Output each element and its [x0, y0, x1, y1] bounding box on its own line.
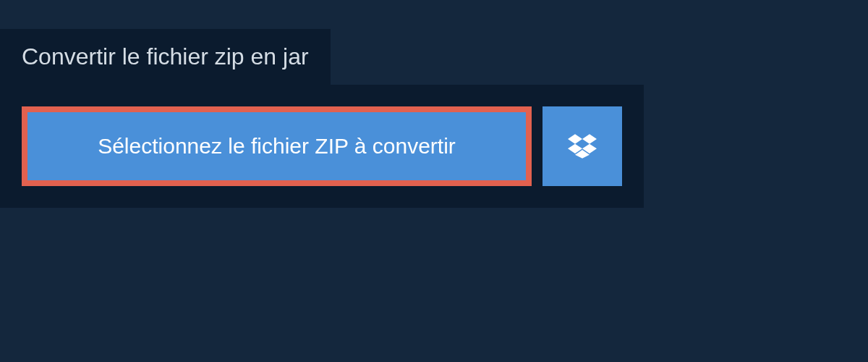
tab-header: Convertir le fichier zip en jar [0, 29, 331, 85]
select-file-button[interactable]: Sélectionnez le fichier ZIP à convertir [22, 106, 532, 186]
select-file-label: Sélectionnez le fichier ZIP à convertir [98, 134, 456, 159]
dropbox-icon [568, 132, 597, 161]
upload-panel: Sélectionnez le fichier ZIP à convertir [0, 85, 644, 208]
dropbox-button[interactable] [542, 106, 622, 186]
page-title: Convertir le fichier zip en jar [22, 43, 309, 70]
